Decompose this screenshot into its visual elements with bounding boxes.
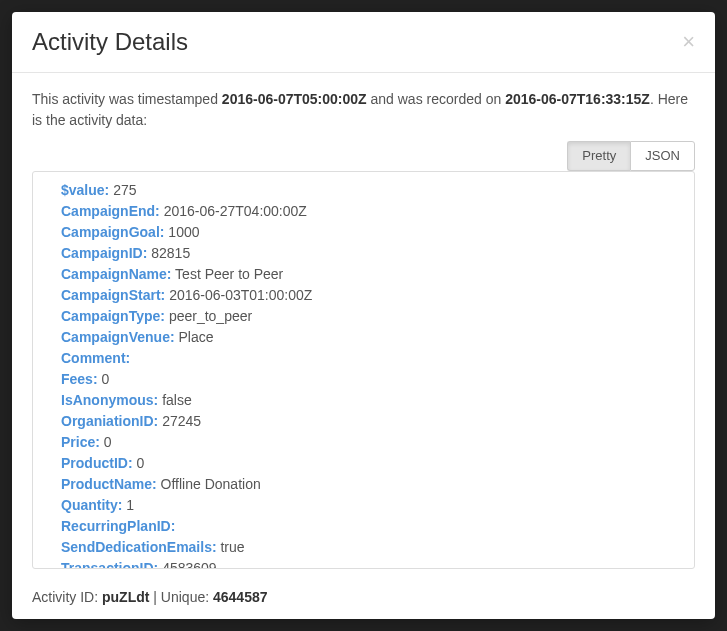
data-row: ProductName: Offline Donation [61,474,666,495]
intro-text: This activity was timestamped 2016-06-07… [32,89,695,131]
data-row: OrganiationID: 27245 [61,411,666,432]
intro-timestamp: 2016-06-07T05:00:00Z [222,91,367,107]
data-value: 82815 [151,245,190,261]
data-row: CampaignType: peer_to_peer [61,306,666,327]
intro-mid: and was recorded on [367,91,506,107]
view-tabs: Pretty JSON [12,141,715,171]
data-key: CampaignName: [61,266,171,282]
modal-title: Activity Details [32,28,188,56]
data-row: Quantity: 1 [61,495,666,516]
data-value: peer_to_peer [169,308,252,324]
data-value: false [162,392,192,408]
data-key: CampaignType: [61,308,165,324]
intro-prefix: This activity was timestamped [32,91,222,107]
data-row: CampaignEnd: 2016-06-27T04:00:00Z [61,201,666,222]
data-row: CampaignVenue: Place [61,327,666,348]
data-row: RecurringPlanID: [61,516,666,537]
data-value: 2016-06-03T01:00:00Z [169,287,312,303]
data-value: 2016-06-27T04:00:00Z [164,203,307,219]
data-row: CampaignID: 82815 [61,243,666,264]
data-key: CampaignStart: [61,287,165,303]
footer-sep: | Unique: [149,589,213,605]
modal-body: This activity was timestamped 2016-06-07… [12,73,715,141]
data-key: Quantity: [61,497,122,513]
tab-pretty[interactable]: Pretty [567,141,630,171]
data-row: Price: 0 [61,432,666,453]
data-scroll[interactable]: $value: 275CampaignEnd: 2016-06-27T04:00… [33,172,694,568]
data-row: SendDedicationEmails: true [61,537,666,558]
data-key: CampaignID: [61,245,147,261]
data-value: 0 [101,371,109,387]
data-row: Fees: 0 [61,369,666,390]
data-value: 1000 [168,224,199,240]
data-key: SendDedicationEmails: [61,539,217,555]
data-value: Offline Donation [161,476,261,492]
data-value: 1 [126,497,134,513]
footer-unique: 4644587 [213,589,268,605]
data-value: true [220,539,244,555]
modal-footer: Activity ID: puZLdt | Unique: 4644587 [12,579,715,619]
data-row: $value: 275 [61,180,666,201]
data-key: CampaignEnd: [61,203,160,219]
data-key: IsAnonymous: [61,392,158,408]
intro-recorded: 2016-06-07T16:33:15Z [505,91,650,107]
data-value: 0 [136,455,144,471]
modal-header: Activity Details × [12,12,715,73]
data-value: 27245 [162,413,201,429]
data-row: CampaignStart: 2016-06-03T01:00:00Z [61,285,666,306]
data-key: $value: [61,182,109,198]
data-key: TransactionID: [61,560,158,568]
data-key: ProductID: [61,455,133,471]
data-key: CampaignVenue: [61,329,175,345]
data-value: 4583609 [162,560,217,568]
data-row: CampaignName: Test Peer to Peer [61,264,666,285]
data-panel: $value: 275CampaignEnd: 2016-06-27T04:00… [32,171,695,569]
data-row: Comment: [61,348,666,369]
data-key: OrganiationID: [61,413,158,429]
data-key: RecurringPlanID: [61,518,175,534]
footer-label-id: Activity ID: [32,589,102,605]
data-value: Test Peer to Peer [175,266,283,282]
footer-activity-id: puZLdt [102,589,149,605]
data-value: 0 [104,434,112,450]
tab-json[interactable]: JSON [630,141,695,171]
activity-details-modal: Activity Details × This activity was tim… [12,12,715,619]
data-row: TransactionID: 4583609 [61,558,666,568]
data-row: CampaignGoal: 1000 [61,222,666,243]
data-row: IsAnonymous: false [61,390,666,411]
data-key: Price: [61,434,100,450]
data-value: Place [178,329,213,345]
data-key: Fees: [61,371,98,387]
data-row: ProductID: 0 [61,453,666,474]
data-key: CampaignGoal: [61,224,164,240]
close-button[interactable]: × [682,31,695,53]
data-key: ProductName: [61,476,157,492]
data-key: Comment: [61,350,130,366]
data-value: 275 [113,182,136,198]
